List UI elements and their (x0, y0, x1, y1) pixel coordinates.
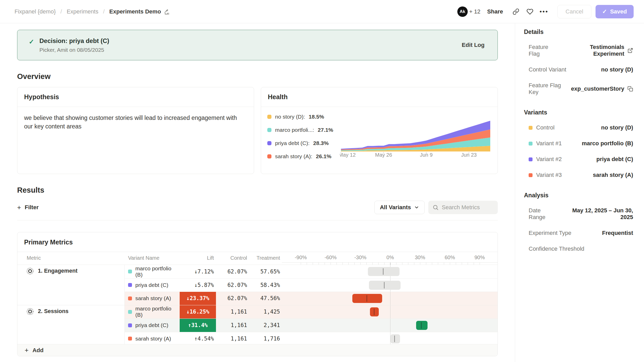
col-metric: Metric (17, 252, 125, 265)
metric-cell: 2. Sessions (17, 305, 125, 345)
lift-cell: ↑4.54% (180, 332, 216, 345)
breadcrumb-item[interactable]: Fixpanel {demo} (15, 8, 56, 15)
health-legend: no story (D):18.5%marco portfoli...:27.1… (267, 111, 340, 160)
legend-label: priya debt (C): (275, 140, 310, 146)
legend-label: no story (D): (275, 114, 305, 120)
axis-tick (420, 263, 420, 265)
axis-tick (480, 263, 480, 265)
lift-point-marker (394, 336, 395, 342)
lift-value: ↓5.87% (194, 282, 214, 288)
lift-point-marker (421, 322, 422, 329)
favorite-heart-icon[interactable] (525, 6, 535, 17)
zero-line (390, 305, 390, 319)
decision-banner: ✓ Decision: priya debt (C) Picker, Amit … (17, 30, 498, 60)
axis-tick-label: 30% (415, 255, 425, 260)
share-button[interactable]: Share (487, 8, 503, 15)
results-divider (17, 220, 498, 220)
right-sidebar: Details Feature FlagTestimonials Experim… (515, 23, 644, 362)
add-metric-button[interactable]: + Add (17, 344, 498, 356)
analysis-label: Date Range (529, 207, 559, 221)
lift-badge: ↑31.4% (180, 319, 216, 332)
axis-tick (444, 263, 444, 265)
variant-name: sarah story (A) (135, 295, 171, 301)
variant-label: Variant #1 (529, 140, 562, 147)
copy-icon[interactable] (627, 86, 633, 92)
variant-row[interactable]: sarah story (A)↓23.37%62.07%47.56% (125, 292, 498, 305)
lift-cell: ↓16.25% (180, 305, 216, 319)
add-filter-button[interactable]: + Filter (17, 204, 39, 212)
confidence-interval-cell (282, 292, 498, 305)
collaborators-count[interactable]: + 12 (469, 8, 480, 15)
axis-tick (354, 263, 355, 265)
health-card: Health no story (D):18.5%marco portfoli.… (261, 87, 498, 174)
variants-heading: Variants (524, 109, 633, 116)
axis-tick (438, 263, 438, 265)
search-metrics-input[interactable] (442, 204, 494, 211)
edit-log-button[interactable]: Edit Log (462, 42, 485, 48)
external-link-icon[interactable] (627, 48, 633, 53)
variant-row[interactable]: priya debt (C)↑31.4%1,1612,341 (125, 318, 498, 332)
copy-link-icon[interactable] (511, 6, 521, 17)
variant-value: no story (D) (601, 124, 633, 131)
treatment-value: 57.65% (247, 265, 282, 278)
variant-row[interactable]: marco portfolio (B)↓16.25%1,1611,425 (125, 305, 498, 319)
svg-text:May 12: May 12 (340, 152, 356, 158)
topbar-actions: Ak + 12 Share ••• Cancel ✓ Saved (457, 5, 634, 18)
variant-row[interactable]: priya debt (C)↓5.87%62.07%58.43% (125, 278, 498, 292)
axis-tick-label: 0% (387, 255, 394, 260)
detail-label: Control Variant (529, 66, 566, 73)
variant-name: priya debt (C) (135, 282, 168, 288)
microscope-icon (164, 8, 170, 15)
sidebar-row: Variant #3sarah story (A) (524, 172, 633, 178)
variants-dropdown[interactable]: All Variants (374, 201, 425, 214)
results-heading: Results (17, 186, 498, 194)
lift-cell: ↓7.12% (180, 265, 216, 278)
variants-section: Variants Controlno story (D)Variant #1ma… (524, 109, 633, 178)
analysis-section: Analysis Date RangeMay 12, 2025 – Jun 30… (524, 192, 633, 252)
axis-tick (325, 263, 325, 265)
variant-cell: sarah story (A) (125, 292, 180, 305)
breadcrumb-separator: / (60, 8, 62, 15)
variant-name: marco portfolio (B) (135, 265, 180, 278)
sidebar-row: Confidence Threshold (524, 245, 633, 252)
control-value: 1,161 (216, 332, 247, 345)
variant-row[interactable]: sarah story (A)↑4.54%1,1611,716 (125, 332, 498, 345)
analysis-value: Frequentist (602, 230, 633, 236)
variant-swatch (128, 270, 132, 273)
variant-swatch (128, 310, 132, 314)
col-treatment: Treatment (247, 252, 282, 265)
detail-value: Testimonials Experiment (560, 44, 624, 57)
variant-label: Control (529, 124, 555, 131)
breadcrumb-item[interactable]: Experiments (67, 8, 98, 15)
more-options-icon[interactable]: ••• (539, 6, 549, 17)
axis-tick (348, 263, 349, 265)
variant-row[interactable]: marco portfolio (B)↓7.12%62.07%57.65% (125, 265, 498, 278)
control-value: 1,161 (216, 305, 247, 319)
axis-tick (468, 263, 468, 265)
svg-text:Jun 23: Jun 23 (461, 152, 477, 158)
results-toolbar: + Filter All Variants (17, 201, 498, 214)
axis-tick (384, 263, 384, 265)
primary-metrics-title: Primary Metrics (17, 232, 498, 252)
confidence-interval-bar (368, 267, 400, 276)
confidence-interval-bar (369, 281, 401, 290)
variant-cell: sarah story (A) (125, 332, 180, 345)
legend-value: 26.1% (316, 153, 332, 160)
confidence-interval-cell (282, 265, 498, 278)
metric-target-icon (26, 267, 34, 275)
variant-swatch (529, 142, 533, 146)
variant-label: Variant #2 (529, 156, 562, 163)
variant-swatch (529, 126, 533, 130)
health-title: Health (261, 87, 498, 107)
hypothesis-body: we believe that showing customer stories… (17, 107, 246, 137)
overview-heading: Overview (17, 72, 498, 81)
primary-metrics-card: Primary Metrics Metric Variant Name Lift… (17, 232, 498, 356)
saved-button[interactable]: ✓ Saved (596, 5, 634, 18)
axis-tick (390, 263, 390, 265)
avatar[interactable]: Ak (457, 6, 468, 17)
axis-tick (432, 263, 432, 265)
variant-name: priya debt (C) (135, 322, 168, 328)
breadcrumb-item: Experiments Demo (109, 8, 170, 15)
axis-tick (307, 263, 307, 265)
cancel-button[interactable]: Cancel (557, 5, 591, 18)
